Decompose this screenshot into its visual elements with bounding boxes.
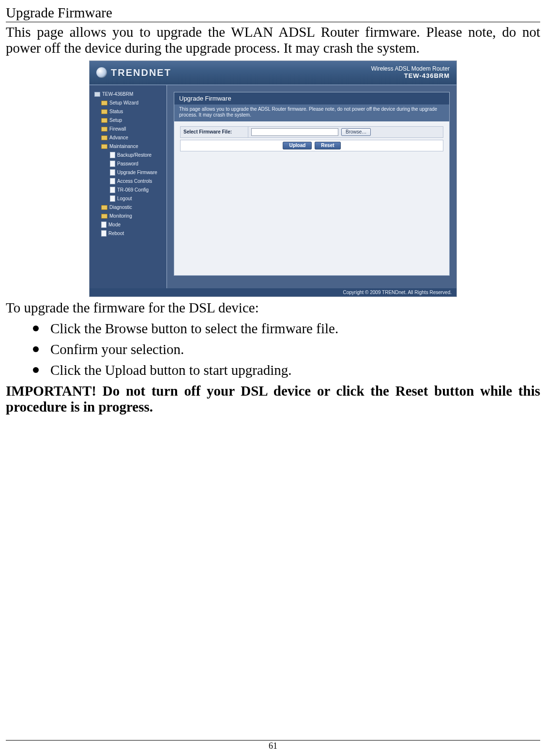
reset-button[interactable]: Reset xyxy=(315,142,340,149)
sidebar-item-label: Firewall xyxy=(109,125,126,133)
sidebar: TEW-436BRM Setup Wizard Status Setup Fir… xyxy=(90,85,167,288)
sidebar-root-label: TEW-436BRM xyxy=(102,90,133,99)
form-area: Select Firmware File: Browse… Upload Res… xyxy=(174,121,449,158)
file-label: Select Firmware File: xyxy=(181,127,248,137)
sidebar-item-setup[interactable]: Setup xyxy=(101,116,164,125)
page-icon xyxy=(110,152,115,158)
product-line2: TEW-436BRM xyxy=(371,73,450,80)
sidebar-root[interactable]: TEW-436BRM xyxy=(94,90,164,99)
sidebar-item-mode[interactable]: Mode xyxy=(101,221,164,229)
action-row: Upload Reset xyxy=(180,140,443,151)
action-cell: Upload Reset xyxy=(181,140,443,151)
figure-container: TRENDNET Wireless ADSL Modem Router TEW-… xyxy=(6,60,540,297)
firmware-file-input[interactable] xyxy=(251,128,338,136)
device-icon xyxy=(94,92,100,97)
sidebar-item-label: Diagnostic xyxy=(109,203,132,212)
page-icon xyxy=(110,195,115,202)
intro-paragraph: This page allows you to upgrade the WLAN… xyxy=(6,24,540,57)
panel-description: This page allows you to upgrade the ADSL… xyxy=(174,104,449,121)
bullet-item: Click the Upload button to start upgradi… xyxy=(33,362,540,378)
sidebar-item-label: Backup/Restore xyxy=(117,151,152,160)
router-footer: Copyright © 2009 TRENDnet. All Rights Re… xyxy=(90,288,456,296)
sidebar-item-label: Setup Wizard xyxy=(109,99,138,107)
folder-icon xyxy=(101,101,107,105)
sidebar-item-label: Logout xyxy=(117,194,132,203)
sidebar-item-reboot[interactable]: Reboot xyxy=(101,229,164,238)
page-icon xyxy=(110,161,115,167)
folder-icon xyxy=(101,205,107,210)
section-rule xyxy=(6,22,540,22)
upgrade-panel: Upgrade Firmware This page allows you to… xyxy=(174,92,450,276)
page-number: 61 xyxy=(0,741,546,751)
sidebar-item-maintainance[interactable]: Maintainance xyxy=(101,142,164,151)
sidebar-item-label: Maintainance xyxy=(109,142,138,151)
sidebar-item-monitoring[interactable]: Monitoring xyxy=(101,212,164,221)
section-title: Upgrade Firmware xyxy=(6,5,540,21)
sidebar-item-label: Access Controls xyxy=(117,177,152,186)
page-icon xyxy=(110,178,115,184)
important-note: IMPORTANT! Do not turn off your DSL devi… xyxy=(6,383,540,415)
globe-icon xyxy=(96,67,107,78)
bullet-list: Click the Browse button to select the fi… xyxy=(33,321,540,378)
file-row: Select Firmware File: Browse… xyxy=(180,126,443,138)
page-icon xyxy=(101,230,106,237)
sidebar-item-label: Status xyxy=(109,107,123,116)
product-line1: Wireless ADSL Modem Router xyxy=(371,66,450,73)
sidebar-item-label: Password xyxy=(117,160,138,168)
sidebar-item-backup-restore[interactable]: Backup/Restore xyxy=(110,151,164,160)
after-figure-text: To upgrade the firmware for the DSL devi… xyxy=(6,300,540,316)
folder-icon xyxy=(101,109,107,114)
page-icon xyxy=(110,169,115,176)
page-icon xyxy=(110,187,115,193)
sidebar-item-setup-wizard[interactable]: Setup Wizard xyxy=(101,99,164,107)
sidebar-item-label: Monitoring xyxy=(109,212,132,221)
sidebar-item-status[interactable]: Status xyxy=(101,107,164,116)
panel-title: Upgrade Firmware xyxy=(174,92,449,104)
page-icon xyxy=(101,222,106,228)
upload-button[interactable]: Upload xyxy=(283,142,312,149)
sidebar-item-upgrade-firmware[interactable]: Upgrade Firmware xyxy=(110,168,164,177)
sidebar-item-label: Upgrade Firmware xyxy=(117,168,157,177)
sidebar-item-label: Reboot xyxy=(108,229,124,238)
brand-area: TRENDNET xyxy=(96,67,171,78)
sidebar-item-advance[interactable]: Advance xyxy=(101,133,164,142)
sidebar-item-label: Advance xyxy=(109,133,128,142)
router-body: TEW-436BRM Setup Wizard Status Setup Fir… xyxy=(90,85,456,288)
folder-icon xyxy=(101,127,107,132)
sidebar-item-tr069[interactable]: TR-069 Config xyxy=(110,186,164,194)
product-label: Wireless ADSL Modem Router TEW-436BRM xyxy=(371,66,450,80)
file-input-cell: Browse… xyxy=(248,127,443,137)
sidebar-item-label: Setup xyxy=(109,116,122,125)
sidebar-item-diagnostic[interactable]: Diagnostic xyxy=(101,203,164,212)
router-header: TRENDNET Wireless ADSL Modem Router TEW-… xyxy=(90,61,456,85)
folder-open-icon xyxy=(101,144,107,149)
sidebar-item-firewall[interactable]: Firewall xyxy=(101,125,164,133)
folder-icon xyxy=(101,118,107,123)
main-panel-area: Upgrade Firmware This page allows you to… xyxy=(167,85,456,288)
folder-icon xyxy=(101,214,107,219)
sidebar-item-logout[interactable]: Logout xyxy=(110,194,164,203)
folder-icon xyxy=(101,135,107,140)
sidebar-item-label: TR-069 Config xyxy=(117,186,149,194)
bullet-item: Confirm your selection. xyxy=(33,341,540,357)
bullet-item: Click the Browse button to select the fi… xyxy=(33,321,540,337)
footer-rule xyxy=(6,740,540,741)
brand-name: TRENDNET xyxy=(111,67,171,78)
browse-button[interactable]: Browse… xyxy=(341,128,371,136)
sidebar-item-password[interactable]: Password xyxy=(110,160,164,168)
sidebar-item-label: Mode xyxy=(108,221,121,229)
router-screenshot: TRENDNET Wireless ADSL Modem Router TEW-… xyxy=(89,60,457,297)
sidebar-item-access-controls[interactable]: Access Controls xyxy=(110,177,164,186)
